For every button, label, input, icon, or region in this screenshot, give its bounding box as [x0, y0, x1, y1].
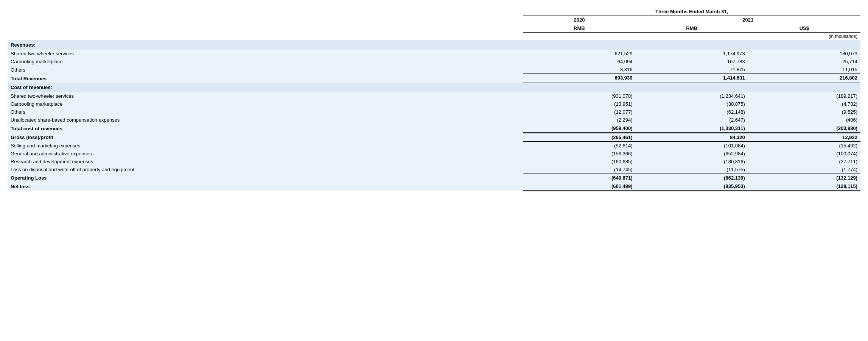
operating-loss-label: Operating Loss	[8, 174, 523, 182]
carpooling-revenue-rmb2020: 64,094	[523, 58, 635, 66]
unallocated-sbc-usd2021: (406)	[748, 116, 860, 124]
unallocated-sbc-row: Unallocated share-based compensation exp…	[8, 116, 860, 124]
financial-statement-table: Three Months Ended March 31, 2020 2021 R…	[8, 8, 860, 191]
selling-marketing-rmb2020: (52,614)	[523, 141, 635, 150]
cost-revenues-header-row: Cost of revenues:	[8, 83, 860, 92]
loss-disposal-usd2021: (1,774)	[748, 166, 860, 174]
operating-loss-rmb2020: (649,871)	[523, 174, 635, 182]
general-admin-usd2021: (100,074)	[748, 150, 860, 158]
total-revenues-usd2021: 216,802	[748, 74, 860, 83]
operating-loss-row: Operating Loss (649,871) (862,139) (132,…	[8, 174, 860, 182]
research-development-rmb2021: (180,816)	[636, 158, 748, 166]
unallocated-sbc-rmb2020: (2,294)	[523, 116, 635, 124]
empty-header	[8, 8, 523, 16]
rmb-2021-currency: RMB	[636, 24, 748, 33]
total-cost-revenues-row: Total cost of revenues (959,400) (1,330,…	[8, 124, 860, 133]
shared-two-wheeler-cost-row: Shared two-wheeler services (931,078) (1…	[8, 92, 860, 100]
total-cost-revenues-rmb2021: (1,330,311)	[636, 124, 748, 133]
shared-two-wheeler-revenue-usd2021: 180,073	[748, 50, 860, 58]
others-revenue-usd2021: 11,015	[748, 66, 860, 74]
carpooling-cost-label: Carpooling marketplace	[8, 100, 523, 108]
loss-disposal-rmb2021: (11,575)	[636, 166, 748, 174]
total-revenues-label: Total Revenues	[8, 74, 523, 83]
others-revenue-row: Others 8,316 71,875 11,015	[8, 66, 860, 74]
net-loss-rmb2021: (835,953)	[636, 182, 748, 191]
gross-profit-usd2021: 12,922	[748, 133, 860, 141]
cost-revenues-header-rmb2020	[523, 83, 635, 92]
carpooling-revenue-label: Carpooling marketplace	[8, 58, 523, 66]
carpooling-revenue-rmb2021: 167,783	[636, 58, 748, 66]
cost-revenues-header-usd2021	[748, 83, 860, 92]
others-revenue-rmb2020: 8,316	[523, 66, 635, 74]
gross-profit-label: Gross (loss)/profit	[8, 133, 523, 141]
unallocated-sbc-label: Unallocated share-based compensation exp…	[8, 116, 523, 124]
others-cost-rmb2020: (12,077)	[523, 108, 635, 116]
gross-profit-row: Gross (loss)/profit (265,461) 84,320 12,…	[8, 133, 860, 141]
shared-two-wheeler-revenue-rmb2021: 1,174,973	[636, 50, 748, 58]
loss-disposal-rmb2020: (14,745)	[523, 166, 635, 174]
selling-marketing-rmb2021: (101,084)	[636, 141, 748, 150]
shared-two-wheeler-revenue-rmb2020: 621,529	[523, 50, 635, 58]
others-cost-rmb2021: (62,148)	[636, 108, 748, 116]
net-loss-rmb2020: (601,499)	[523, 182, 635, 191]
unallocated-sbc-rmb2021: (2,647)	[636, 116, 748, 124]
selling-marketing-usd2021: (15,492)	[748, 141, 860, 150]
net-loss-usd2021: (128,115)	[748, 182, 860, 191]
research-development-label: Research and development expenses	[8, 158, 523, 166]
rmb-2020-currency: RMB	[523, 24, 635, 33]
total-revenues-rmb2020: 693,939	[523, 74, 635, 83]
total-cost-revenues-label: Total cost of revenues	[8, 124, 523, 133]
gross-profit-rmb2020: (265,461)	[523, 133, 635, 141]
empty-header2	[8, 16, 523, 24]
shared-two-wheeler-cost-rmb2020: (931,078)	[523, 92, 635, 100]
period-header: Three Months Ended March 31,	[523, 8, 860, 16]
carpooling-cost-row: Carpooling marketplace (13,951) (30,875)…	[8, 100, 860, 108]
research-development-usd2021: (27,711)	[748, 158, 860, 166]
empty-header4	[8, 33, 523, 41]
total-cost-revenues-usd2021: (203,880)	[748, 124, 860, 133]
research-development-rmb2020: (160,685)	[523, 158, 635, 166]
net-loss-row: Net loss (601,499) (835,953) (128,115)	[8, 182, 860, 191]
carpooling-cost-rmb2021: (30,875)	[636, 100, 748, 108]
loss-disposal-label: Loss on disposal and write-off of proper…	[8, 166, 523, 174]
cost-revenues-header-label: Cost of revenues:	[8, 83, 523, 92]
shared-two-wheeler-revenue-label: Shared two-wheeler services	[8, 50, 523, 58]
carpooling-cost-rmb2020: (13,951)	[523, 100, 635, 108]
general-admin-rmb2020: (156,366)	[523, 150, 635, 158]
empty-header3	[8, 24, 523, 33]
operating-loss-rmb2021: (862,139)	[636, 174, 748, 182]
shared-two-wheeler-cost-label: Shared two-wheeler services	[8, 92, 523, 100]
revenues-header-usd2021	[748, 40, 860, 50]
general-admin-rmb2021: (652,984)	[636, 150, 748, 158]
year-2021-header: 2021	[636, 16, 860, 24]
usd-2021-currency: US$	[748, 24, 860, 33]
carpooling-revenue-usd2021: 25,714	[748, 58, 860, 66]
others-cost-row: Others (12,077) (62,148) (9,525)	[8, 108, 860, 116]
selling-marketing-label: Selling and marketing expenses	[8, 141, 523, 150]
revenues-header-row: Revenues:	[8, 40, 860, 50]
others-revenue-rmb2021: 71,875	[636, 66, 748, 74]
selling-marketing-row: Selling and marketing expenses (52,614) …	[8, 141, 860, 150]
shared-two-wheeler-cost-rmb2021: (1,234,641)	[636, 92, 748, 100]
carpooling-revenue-row: Carpooling marketplace 64,094 167,783 25…	[8, 58, 860, 66]
general-admin-row: General and administrative expenses (156…	[8, 150, 860, 158]
year-2020-header: 2020	[523, 16, 635, 24]
total-cost-revenues-rmb2020: (959,400)	[523, 124, 635, 133]
loss-disposal-row: Loss on disposal and write-off of proper…	[8, 166, 860, 174]
gross-profit-rmb2021: 84,320	[636, 133, 748, 141]
in-thousands-label: (in thousands)	[523, 33, 860, 41]
revenues-header-rmb2021	[636, 40, 748, 50]
general-admin-label: General and administrative expenses	[8, 150, 523, 158]
others-revenue-label: Others	[8, 66, 523, 74]
others-cost-usd2021: (9,525)	[748, 108, 860, 116]
total-revenues-row: Total Revenues 693,939 1,414,631 216,802	[8, 74, 860, 83]
total-revenues-rmb2021: 1,414,631	[636, 74, 748, 83]
others-cost-label: Others	[8, 108, 523, 116]
operating-loss-usd2021: (132,129)	[748, 174, 860, 182]
cost-revenues-header-rmb2021	[636, 83, 748, 92]
shared-two-wheeler-cost-usd2021: (189,217)	[748, 92, 860, 100]
research-development-row: Research and development expenses (160,6…	[8, 158, 860, 166]
revenues-header-rmb2020	[523, 40, 635, 50]
net-loss-label: Net loss	[8, 182, 523, 191]
shared-two-wheeler-revenue-row: Shared two-wheeler services 621,529 1,17…	[8, 50, 860, 58]
